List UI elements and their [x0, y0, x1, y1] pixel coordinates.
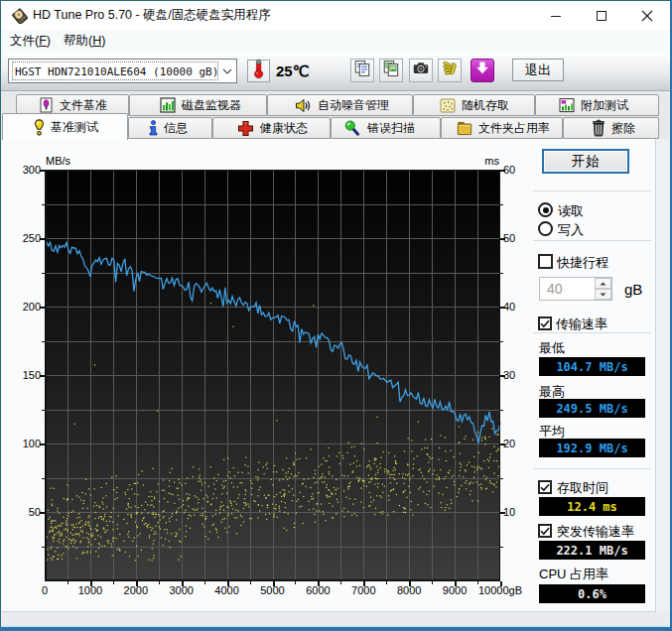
copy-image-icon: [382, 60, 400, 81]
write-radio[interactable]: [538, 221, 553, 236]
separator: [533, 468, 651, 469]
menu-help-text-post: ): [101, 34, 105, 48]
menu-file-text-post: ): [47, 34, 51, 48]
tab-health[interactable]: 健康状态: [212, 117, 331, 139]
x-tick-label: 4000: [207, 584, 247, 596]
separator: [533, 240, 651, 241]
y-left-tick-label: 150: [12, 369, 41, 381]
tab-extra-tests[interactable]: 附加测试: [535, 94, 659, 116]
exit-button[interactable]: 退出: [512, 59, 564, 81]
window-border: [0, 0, 1, 631]
tab-erase[interactable]: 擦除: [563, 117, 659, 139]
y-right-axis-title: ms: [466, 155, 499, 167]
drive-selector-value: HGST HDN721010ALE604 (10000 gB): [12, 62, 218, 80]
thermometer-icon: [250, 59, 267, 83]
burst-rate-label: 突发传输速率: [557, 523, 634, 541]
tab-strip: 文件基准 磁盘监视器 自动噪音管: [1, 91, 670, 139]
extra-tests-icon: [559, 97, 575, 113]
temperature-button[interactable]: [247, 60, 270, 82]
read-radio[interactable]: [538, 202, 553, 217]
y-right-tick-label: 30: [503, 369, 515, 381]
x-tick-label: 7000: [343, 584, 383, 596]
chevron-down-icon[interactable]: [218, 61, 235, 81]
close-button[interactable]: [624, 1, 670, 30]
minimum-value: 104.7 MB/s: [539, 357, 645, 376]
x-tick-label: 9000: [435, 584, 474, 596]
average-value: 192.9 MB/s: [539, 439, 645, 457]
maximize-button[interactable]: [579, 1, 624, 30]
access-time-checkbox[interactable]: [538, 480, 552, 494]
tab-disk-monitor[interactable]: 磁盘监视器: [129, 94, 267, 116]
tab-info[interactable]: 信息: [128, 117, 212, 139]
read-radio-label: 读取: [558, 202, 584, 220]
download-button[interactable]: [470, 59, 494, 82]
tab-aam[interactable]: 自动噪音管理: [267, 94, 413, 116]
y-left-tick-label: 50: [12, 506, 41, 518]
copy-image-button[interactable]: [379, 59, 403, 82]
y-left-tick-label: 250: [12, 232, 41, 244]
short-stroke-checkbox[interactable]: [538, 254, 553, 269]
menu-file-mnemonic: F: [39, 34, 47, 48]
copy-text-button[interactable]: [350, 59, 374, 82]
menu-help[interactable]: 帮助(H): [64, 30, 105, 52]
health-cross-icon: [237, 120, 254, 137]
trash-icon: [592, 119, 605, 137]
minimize-button[interactable]: [533, 1, 579, 30]
hand-icon: [441, 60, 459, 81]
tab-folder-usage[interactable]: 文件夹占用率: [441, 117, 563, 139]
x-tick-label: 2000: [116, 584, 156, 596]
short-stroke-unit: gB: [624, 281, 642, 298]
random-access-icon: [440, 98, 456, 113]
transfer-rate-label: 传输速率: [556, 316, 607, 333]
separator: [533, 190, 651, 191]
app-icon: [11, 7, 28, 24]
copy-text-icon: [353, 60, 371, 81]
access-time-value: 12.4 ms: [539, 497, 645, 516]
stepper-up-button[interactable]: [595, 278, 611, 289]
download-arrow-icon: [474, 61, 490, 80]
hand-button[interactable]: [438, 59, 462, 82]
short-stroke-value: 40: [547, 278, 563, 300]
y-right-tick-label: 60: [503, 164, 515, 176]
screenshot-button[interactable]: [409, 59, 433, 82]
maximum-value: 249.5 MB/s: [539, 399, 645, 418]
camera-icon: [412, 60, 430, 81]
y-right-tick-label: 20: [503, 438, 515, 449]
x-tick-label: 0: [25, 584, 65, 596]
x-tick-label: 5000: [253, 584, 293, 596]
menu-help-mnemonic: H: [92, 34, 101, 48]
speaker-icon: [295, 98, 312, 113]
info-icon: [149, 120, 158, 136]
y-left-tick-label: 300: [12, 164, 41, 176]
menu-help-text: 帮助(: [64, 34, 92, 48]
minimum-label: 最低: [539, 339, 565, 357]
y-left-axis-title: MB/s: [46, 155, 70, 167]
radio-selected-dot: [543, 207, 549, 213]
transfer-rate-checkbox[interactable]: [538, 316, 552, 330]
x-tick-label: 10000gB: [478, 584, 522, 596]
toolbar: HGST HDN721010ALE604 (10000 gB) 25℃: [1, 52, 670, 91]
file-benchmark-icon: [39, 97, 54, 113]
window-title: HD Tune Pro 5.70 - 硬盘/固态硬盘实用程序: [33, 1, 271, 30]
cpu-usage-label: CPU 占用率: [539, 566, 608, 583]
cpu-usage-value: 0.6%: [539, 584, 645, 603]
tab-benchmark[interactable]: 基准测试: [2, 113, 128, 140]
window-border: [0, 0, 672, 1]
benchmark-plot: [45, 170, 500, 581]
menu-bar: 文件(F) 帮助(H): [1, 30, 670, 52]
tab-random-access[interactable]: 随机存取: [413, 94, 535, 116]
stepper-down-button[interactable]: [595, 289, 611, 300]
start-button[interactable]: 开始: [542, 149, 629, 174]
x-tick-label: 3000: [162, 584, 202, 596]
drive-selector[interactable]: HGST HDN721010ALE604 (10000 gB): [8, 59, 237, 83]
short-stroke-label: 快捷行程: [557, 254, 608, 272]
disk-monitor-icon: [160, 97, 176, 113]
short-stroke-stepper[interactable]: 40: [539, 277, 612, 301]
app-window: HD Tune Pro 5.70 - 硬盘/固态硬盘实用程序 文件(F) 帮助(…: [0, 0, 672, 631]
y-left-tick-label: 100: [12, 438, 41, 449]
y-left-tick-label: 200: [12, 301, 41, 313]
burst-rate-checkbox[interactable]: [538, 524, 552, 538]
menu-file[interactable]: 文件(F): [10, 30, 51, 52]
x-tick-label: 6000: [298, 584, 337, 596]
tab-error-scan[interactable]: 错误扫描: [331, 117, 441, 139]
